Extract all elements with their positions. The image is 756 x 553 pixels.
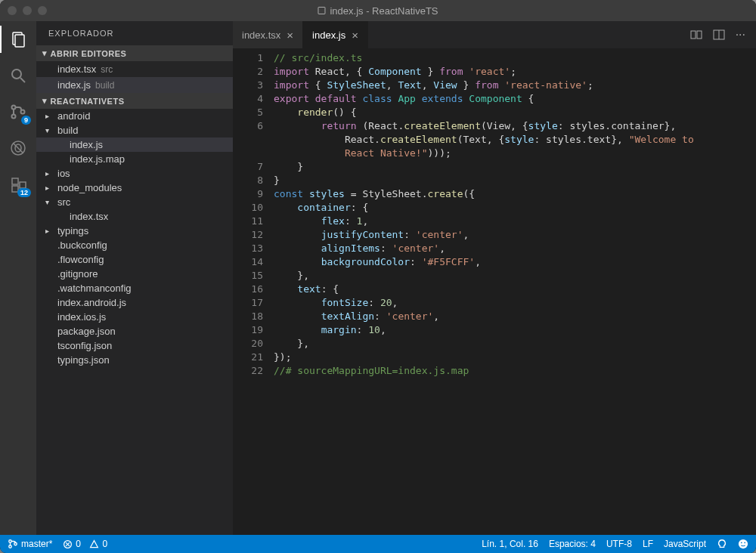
- tree-item[interactable]: tsconfig.json: [36, 338, 233, 353]
- minimize-dot[interactable]: [23, 6, 32, 15]
- tree-label: .buckconfig: [57, 239, 107, 251]
- tree-label: .gitignore: [57, 268, 98, 280]
- tree-label: .watchmanconfig: [57, 283, 132, 294]
- svg-point-17: [9, 545, 12, 548]
- svg-point-24: [744, 542, 745, 543]
- code-editor[interactable]: 12345678910111213141516171819202122 // s…: [233, 48, 756, 535]
- tree-item[interactable]: ▸android: [36, 109, 233, 123]
- tree-item[interactable]: package.json: [36, 324, 233, 338]
- open-editors-label: ABRIR EDITORES: [51, 49, 127, 58]
- open-editor-item[interactable]: index.tsx src: [36, 61, 233, 77]
- tree-item[interactable]: index.android.js: [36, 295, 233, 310]
- tree-label: build: [57, 125, 78, 136]
- tree-arrow: ▾: [45, 126, 54, 134]
- editor-tab[interactable]: index.tsx×: [233, 21, 303, 48]
- cursor-position[interactable]: Lín. 1, Col. 16: [482, 539, 538, 549]
- svg-point-2: [12, 70, 21, 79]
- more-icon[interactable]: ···: [736, 28, 745, 42]
- tree-item[interactable]: index.ios.js: [36, 310, 233, 324]
- open-editors-header[interactable]: ▾ ABRIR EDITORES: [36, 45, 233, 61]
- tree-item[interactable]: ▸node_modules: [36, 181, 233, 195]
- encoding[interactable]: UTF-8: [606, 539, 632, 549]
- git-branch[interactable]: master*: [8, 539, 52, 549]
- open-editor-name: index.js: [57, 79, 91, 91]
- svg-rect-9: [12, 178, 18, 184]
- maximize-dot[interactable]: [38, 6, 47, 15]
- source-control-icon[interactable]: 9: [8, 101, 29, 122]
- warnings-count: 0: [102, 539, 107, 549]
- tree-label: ios: [57, 168, 70, 179]
- debug-icon[interactable]: [8, 137, 29, 159]
- branch-label: master*: [21, 539, 52, 549]
- tree-item[interactable]: typings.json: [36, 353, 233, 367]
- tab-label: index.tsx: [242, 29, 280, 41]
- tree-label: node_modules: [57, 182, 122, 193]
- activity-bar: 9 12: [0, 21, 36, 535]
- editor-tabs: index.tsx×index.js× ···: [233, 21, 756, 48]
- tree-item[interactable]: .flowconfig: [36, 252, 233, 267]
- tree-label: index.tsx: [70, 211, 108, 222]
- tree-arrow: ▸: [45, 184, 54, 192]
- indentation[interactable]: Espacios: 4: [549, 539, 596, 549]
- tree-item[interactable]: index.js.map: [36, 152, 233, 166]
- search-icon[interactable]: [8, 65, 29, 86]
- chevron-down-icon: ▾: [42, 48, 48, 58]
- tree-item[interactable]: .buckconfig: [36, 238, 233, 252]
- svg-point-23: [741, 542, 742, 543]
- language-mode[interactable]: JavaScript: [664, 539, 706, 549]
- tree-arrow: ▸: [45, 112, 54, 120]
- tree-label: typings.json: [57, 354, 110, 366]
- explorer-icon[interactable]: [8, 29, 29, 50]
- tree-arrow: ▸: [45, 169, 54, 178]
- file-icon: [318, 7, 325, 14]
- tree-label: index.js.map: [70, 153, 125, 165]
- open-editor-name: index.tsx: [57, 63, 96, 75]
- tree-label: android: [57, 110, 90, 122]
- smiley-icon[interactable]: [738, 539, 748, 549]
- explorer-sidebar: EXPLORADOR ▾ ABRIR EDITORES index.tsx sr…: [36, 21, 233, 535]
- diff-icon[interactable]: [690, 29, 702, 41]
- line-numbers: 12345678910111213141516171819202122: [233, 48, 274, 535]
- open-editor-path: src: [101, 64, 113, 75]
- tree-label: .flowconfig: [57, 254, 104, 265]
- problems[interactable]: 0 0: [63, 539, 107, 549]
- tree-item[interactable]: index.tsx: [36, 209, 233, 224]
- project-header[interactable]: ▾ REACTNATIVETS: [36, 93, 233, 109]
- titlebar: index.js - ReactNativeTS: [0, 0, 756, 21]
- open-editor-path: build: [95, 80, 114, 91]
- close-icon[interactable]: ×: [287, 29, 293, 42]
- tree-item[interactable]: .watchmanconfig: [36, 281, 233, 295]
- feedback-icon[interactable]: [717, 539, 727, 549]
- tree-item[interactable]: ▸ios: [36, 166, 233, 181]
- tree-item[interactable]: ▾build: [36, 123, 233, 137]
- tree-label: index.js: [70, 139, 103, 150]
- svg-rect-1: [15, 35, 24, 47]
- file-tree: ▸android▾buildindex.jsindex.js.map▸ios▸n…: [36, 109, 233, 367]
- split-editor-icon[interactable]: [713, 29, 725, 41]
- svg-point-5: [12, 115, 16, 119]
- close-dot[interactable]: [8, 6, 17, 15]
- code-content[interactable]: // src/index.tsimport React, { Component…: [274, 48, 756, 535]
- tree-label: index.ios.js: [57, 311, 106, 323]
- open-editors-list: index.tsx srcindex.js build: [36, 61, 233, 93]
- window-title-text: index.js - ReactNativeTS: [330, 5, 438, 17]
- tree-arrow: ▸: [45, 227, 54, 235]
- errors-count: 0: [76, 539, 81, 549]
- tree-label: tsconfig.json: [57, 340, 112, 351]
- open-editor-item[interactable]: index.js build: [36, 77, 233, 93]
- tree-item[interactable]: ▾src: [36, 195, 233, 209]
- svg-point-16: [9, 540, 12, 543]
- tree-item[interactable]: .gitignore: [36, 267, 233, 281]
- status-bar: master* 0 0 Lín. 1, Col. 16 Espacios: 4 …: [0, 535, 756, 553]
- eol[interactable]: LF: [643, 539, 653, 549]
- tree-item[interactable]: index.js: [36, 137, 233, 152]
- svg-rect-13: [697, 31, 702, 39]
- close-icon[interactable]: ×: [352, 29, 358, 42]
- editor-tab[interactable]: index.js×: [303, 21, 368, 48]
- scm-badge: 9: [21, 116, 31, 125]
- chevron-down-icon: ▾: [42, 96, 48, 106]
- tree-item[interactable]: ▸typings: [36, 224, 233, 238]
- extensions-icon[interactable]: 12: [8, 174, 29, 195]
- tree-label: src: [57, 196, 70, 208]
- traffic-lights: [8, 6, 47, 15]
